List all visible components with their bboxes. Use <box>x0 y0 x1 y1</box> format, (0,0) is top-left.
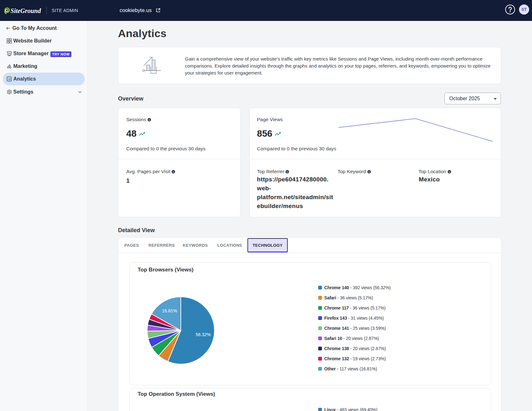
svg-text:SiteGround: SiteGround <box>10 7 41 15</box>
svg-text:56.32%: 56.32% <box>196 332 211 337</box>
svg-text:16.81%: 16.81% <box>162 308 177 313</box>
